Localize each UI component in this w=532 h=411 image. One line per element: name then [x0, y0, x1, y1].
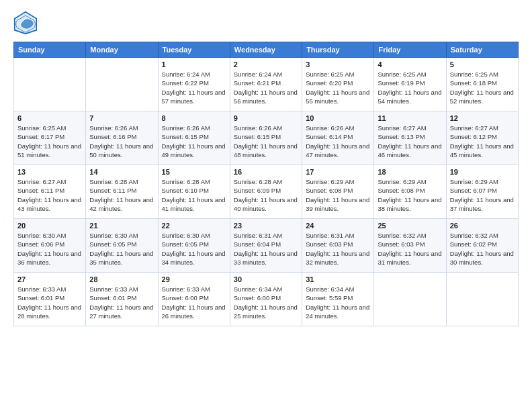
- col-header-friday: Friday: [374, 42, 446, 58]
- day-number: 20: [17, 222, 82, 230]
- day-info: Sunrise: 6:29 AM Sunset: 6:08 PM Dayligh…: [378, 177, 442, 213]
- day-number: 9: [234, 114, 298, 122]
- col-header-wednesday: Wednesday: [230, 42, 302, 58]
- calendar-cell: [374, 273, 446, 326]
- calendar-cell: 7Sunrise: 6:26 AM Sunset: 6:16 PM Daylig…: [86, 111, 158, 165]
- day-number: 17: [306, 168, 370, 176]
- day-info: Sunrise: 6:25 AM Sunset: 6:20 PM Dayligh…: [306, 70, 370, 105]
- calendar-cell: 21Sunrise: 6:30 AM Sunset: 6:05 PM Dayli…: [86, 219, 158, 273]
- calendar-cell: 29Sunrise: 6:33 AM Sunset: 6:00 PM Dayli…: [158, 273, 230, 326]
- day-info: Sunrise: 6:30 AM Sunset: 6:05 PM Dayligh…: [162, 231, 226, 267]
- day-info: Sunrise: 6:33 AM Sunset: 6:01 PM Dayligh…: [17, 285, 82, 320]
- calendar-cell: 19Sunrise: 6:29 AM Sunset: 6:07 PM Dayli…: [446, 165, 518, 219]
- header: [13, 11, 519, 35]
- day-info: Sunrise: 6:26 AM Sunset: 6:14 PM Dayligh…: [306, 124, 370, 159]
- day-info: Sunrise: 6:27 AM Sunset: 6:13 PM Dayligh…: [378, 124, 442, 159]
- calendar-cell: 9Sunrise: 6:26 AM Sunset: 6:15 PM Daylig…: [230, 111, 302, 165]
- day-number: 18: [378, 168, 442, 176]
- day-info: Sunrise: 6:26 AM Sunset: 6:15 PM Dayligh…: [162, 124, 226, 159]
- logo: [13, 11, 40, 35]
- calendar-cell: 31Sunrise: 6:34 AM Sunset: 5:59 PM Dayli…: [302, 273, 374, 326]
- day-number: 12: [450, 114, 515, 122]
- day-info: Sunrise: 6:32 AM Sunset: 6:03 PM Dayligh…: [378, 231, 442, 267]
- col-header-sunday: Sunday: [14, 42, 86, 58]
- calendar-header-row: SundayMondayTuesdayWednesdayThursdayFrid…: [14, 42, 519, 58]
- day-number: 7: [89, 114, 154, 122]
- day-number: 25: [378, 222, 442, 230]
- day-info: Sunrise: 6:30 AM Sunset: 6:05 PM Dayligh…: [89, 231, 154, 267]
- day-number: 5: [450, 60, 515, 68]
- day-info: Sunrise: 6:29 AM Sunset: 6:08 PM Dayligh…: [306, 177, 370, 213]
- day-number: 15: [162, 168, 226, 176]
- calendar-cell: 14Sunrise: 6:28 AM Sunset: 6:11 PM Dayli…: [86, 165, 158, 219]
- calendar-cell: 17Sunrise: 6:29 AM Sunset: 6:08 PM Dayli…: [302, 165, 374, 219]
- day-number: 11: [378, 114, 442, 122]
- day-number: 31: [306, 275, 370, 283]
- day-number: 23: [234, 222, 298, 230]
- generalblue-icon: [13, 11, 38, 35]
- day-info: Sunrise: 6:29 AM Sunset: 6:07 PM Dayligh…: [450, 177, 515, 213]
- day-info: Sunrise: 6:28 AM Sunset: 6:10 PM Dayligh…: [162, 177, 226, 213]
- day-info: Sunrise: 6:30 AM Sunset: 6:06 PM Dayligh…: [17, 231, 82, 267]
- calendar-cell: 2Sunrise: 6:24 AM Sunset: 6:21 PM Daylig…: [230, 58, 302, 111]
- day-info: Sunrise: 6:27 AM Sunset: 6:12 PM Dayligh…: [450, 124, 515, 159]
- day-number: 26: [450, 222, 515, 230]
- calendar-cell: 20Sunrise: 6:30 AM Sunset: 6:06 PM Dayli…: [14, 219, 86, 273]
- day-info: Sunrise: 6:26 AM Sunset: 6:15 PM Dayligh…: [234, 124, 298, 159]
- calendar-cell: 27Sunrise: 6:33 AM Sunset: 6:01 PM Dayli…: [14, 273, 86, 326]
- calendar-cell: 23Sunrise: 6:31 AM Sunset: 6:04 PM Dayli…: [230, 219, 302, 273]
- calendar-cell: 18Sunrise: 6:29 AM Sunset: 6:08 PM Dayli…: [374, 165, 446, 219]
- day-info: Sunrise: 6:25 AM Sunset: 6:19 PM Dayligh…: [378, 70, 442, 105]
- day-info: Sunrise: 6:24 AM Sunset: 6:22 PM Dayligh…: [162, 70, 226, 105]
- day-number: 27: [17, 275, 82, 283]
- day-number: 4: [378, 60, 442, 68]
- calendar-cell: 15Sunrise: 6:28 AM Sunset: 6:10 PM Dayli…: [158, 165, 230, 219]
- col-header-thursday: Thursday: [302, 42, 374, 58]
- day-info: Sunrise: 6:33 AM Sunset: 6:00 PM Dayligh…: [162, 285, 226, 320]
- col-header-saturday: Saturday: [446, 42, 518, 58]
- day-info: Sunrise: 6:28 AM Sunset: 6:09 PM Dayligh…: [234, 177, 298, 213]
- calendar-cell: 1Sunrise: 6:24 AM Sunset: 6:22 PM Daylig…: [158, 58, 230, 111]
- day-info: Sunrise: 6:28 AM Sunset: 6:11 PM Dayligh…: [89, 177, 154, 213]
- col-header-tuesday: Tuesday: [158, 42, 230, 58]
- calendar-cell: 10Sunrise: 6:26 AM Sunset: 6:14 PM Dayli…: [302, 111, 374, 165]
- calendar-cell: 24Sunrise: 6:31 AM Sunset: 6:03 PM Dayli…: [302, 219, 374, 273]
- calendar-cell: 26Sunrise: 6:32 AM Sunset: 6:02 PM Dayli…: [446, 219, 518, 273]
- calendar-cell: 6Sunrise: 6:25 AM Sunset: 6:17 PM Daylig…: [14, 111, 86, 165]
- day-info: Sunrise: 6:26 AM Sunset: 6:16 PM Dayligh…: [89, 124, 154, 159]
- calendar-cell: 3Sunrise: 6:25 AM Sunset: 6:20 PM Daylig…: [302, 58, 374, 111]
- day-number: 13: [17, 168, 82, 176]
- calendar-cell: 11Sunrise: 6:27 AM Sunset: 6:13 PM Dayli…: [374, 111, 446, 165]
- page: SundayMondayTuesdayWednesdayThursdayFrid…: [0, 0, 532, 411]
- calendar-cell: 28Sunrise: 6:33 AM Sunset: 6:01 PM Dayli…: [86, 273, 158, 326]
- calendar-table: SundayMondayTuesdayWednesdayThursdayFrid…: [13, 42, 519, 326]
- calendar-week-row: 27Sunrise: 6:33 AM Sunset: 6:01 PM Dayli…: [14, 273, 519, 326]
- day-number: 21: [89, 222, 154, 230]
- calendar-cell: 13Sunrise: 6:27 AM Sunset: 6:11 PM Dayli…: [14, 165, 86, 219]
- day-info: Sunrise: 6:31 AM Sunset: 6:04 PM Dayligh…: [234, 231, 298, 267]
- col-header-monday: Monday: [86, 42, 158, 58]
- calendar-cell: 16Sunrise: 6:28 AM Sunset: 6:09 PM Dayli…: [230, 165, 302, 219]
- day-number: 1: [162, 60, 226, 68]
- calendar-week-row: 20Sunrise: 6:30 AM Sunset: 6:06 PM Dayli…: [14, 219, 519, 273]
- day-number: 28: [89, 275, 154, 283]
- day-number: 6: [17, 114, 82, 122]
- calendar-week-row: 6Sunrise: 6:25 AM Sunset: 6:17 PM Daylig…: [14, 111, 519, 165]
- day-info: Sunrise: 6:34 AM Sunset: 6:00 PM Dayligh…: [234, 285, 298, 320]
- day-number: 3: [306, 60, 370, 68]
- calendar-week-row: 1Sunrise: 6:24 AM Sunset: 6:22 PM Daylig…: [14, 58, 519, 111]
- calendar-cell: 25Sunrise: 6:32 AM Sunset: 6:03 PM Dayli…: [374, 219, 446, 273]
- day-number: 8: [162, 114, 226, 122]
- day-number: 24: [306, 222, 370, 230]
- calendar-cell: 12Sunrise: 6:27 AM Sunset: 6:12 PM Dayli…: [446, 111, 518, 165]
- day-info: Sunrise: 6:25 AM Sunset: 6:18 PM Dayligh…: [450, 70, 515, 105]
- calendar-cell: 8Sunrise: 6:26 AM Sunset: 6:15 PM Daylig…: [158, 111, 230, 165]
- day-info: Sunrise: 6:25 AM Sunset: 6:17 PM Dayligh…: [17, 124, 82, 159]
- day-number: 30: [234, 275, 298, 283]
- day-info: Sunrise: 6:24 AM Sunset: 6:21 PM Dayligh…: [234, 70, 298, 105]
- day-info: Sunrise: 6:34 AM Sunset: 5:59 PM Dayligh…: [306, 285, 370, 320]
- day-number: 29: [162, 275, 226, 283]
- day-number: 10: [306, 114, 370, 122]
- calendar-cell: 5Sunrise: 6:25 AM Sunset: 6:18 PM Daylig…: [446, 58, 518, 111]
- calendar-cell: 22Sunrise: 6:30 AM Sunset: 6:05 PM Dayli…: [158, 219, 230, 273]
